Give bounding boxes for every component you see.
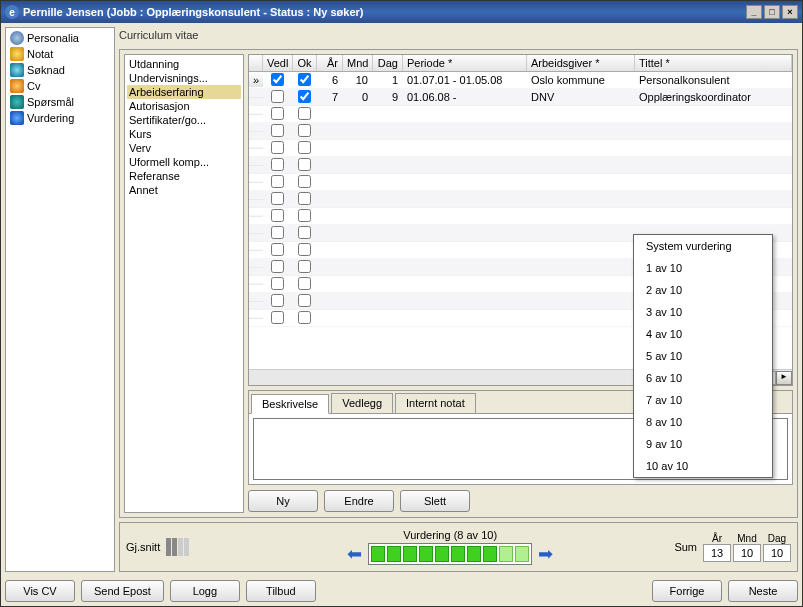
table-row[interactable] (249, 157, 792, 174)
cvnav-utdanning[interactable]: Utdanning (127, 57, 241, 71)
ok-checkbox[interactable] (298, 175, 311, 188)
maximize-button[interactable]: □ (764, 5, 780, 19)
vis-cv-button[interactable]: Vis CV (5, 580, 75, 602)
cell-vedl[interactable] (263, 310, 293, 327)
col-periode[interactable]: Periode * (403, 55, 527, 71)
ok-checkbox[interactable] (298, 141, 311, 154)
nav-cv[interactable]: Cv (8, 78, 112, 94)
rating-boxes[interactable] (368, 543, 532, 565)
dd-item[interactable]: 10 av 10 (634, 455, 772, 477)
col-arbeidsgiver[interactable]: Arbeidsgiver * (527, 55, 635, 71)
dd-item[interactable]: 8 av 10 (634, 411, 772, 433)
vedl-checkbox[interactable] (271, 294, 284, 307)
ok-checkbox[interactable] (298, 294, 311, 307)
vedl-checkbox[interactable] (271, 243, 284, 256)
cell-ok[interactable] (293, 191, 317, 208)
cell-vedl[interactable] (263, 106, 293, 123)
logg-button[interactable]: Logg (170, 580, 240, 602)
cell-vedl[interactable] (263, 225, 293, 242)
col-tittel[interactable]: Tittel * (635, 55, 792, 71)
cell-vedl[interactable] (263, 259, 293, 276)
cell-vedl[interactable] (263, 174, 293, 191)
dd-item[interactable]: 3 av 10 (634, 301, 772, 323)
dd-header[interactable]: System vurdering (634, 235, 772, 257)
vedl-checkbox[interactable] (271, 107, 284, 120)
table-row[interactable] (249, 140, 792, 157)
endre-button[interactable]: Endre (324, 490, 394, 512)
scroll-right-button[interactable]: ► (776, 371, 792, 385)
close-button[interactable]: × (782, 5, 798, 19)
ok-checkbox[interactable] (298, 192, 311, 205)
table-row[interactable]: »610101.07.01 - 01.05.08Oslo kommunePers… (249, 72, 792, 89)
vedl-checkbox[interactable] (271, 124, 284, 137)
cell-ok[interactable] (293, 259, 317, 276)
vedl-checkbox[interactable] (271, 141, 284, 154)
cell-vedl[interactable] (263, 276, 293, 293)
nav-soknad[interactable]: Søknad (8, 62, 112, 78)
ok-checkbox[interactable] (298, 277, 311, 290)
tab-vedlegg[interactable]: Vedlegg (331, 393, 393, 413)
tilbud-button[interactable]: Tilbud (246, 580, 316, 602)
dd-item[interactable]: 1 av 10 (634, 257, 772, 279)
vedl-checkbox[interactable] (271, 192, 284, 205)
vedl-checkbox[interactable] (271, 311, 284, 324)
cell-vedl[interactable] (263, 89, 293, 106)
col-dag[interactable]: Dag (373, 55, 403, 71)
vedl-checkbox[interactable] (271, 73, 284, 86)
cvnav-undervisning[interactable]: Undervisnings... (127, 71, 241, 85)
vedl-checkbox[interactable] (271, 90, 284, 103)
dd-item[interactable]: 9 av 10 (634, 433, 772, 455)
next-arrow-icon[interactable]: ➡ (538, 543, 553, 565)
col-ok[interactable]: Ok (293, 55, 317, 71)
send-epost-button[interactable]: Send Epost (81, 580, 164, 602)
table-row[interactable] (249, 191, 792, 208)
col-vedl[interactable]: Vedl (263, 55, 293, 71)
ok-checkbox[interactable] (298, 124, 311, 137)
cell-ok[interactable] (293, 123, 317, 140)
slett-button[interactable]: Slett (400, 490, 470, 512)
vedl-checkbox[interactable] (271, 175, 284, 188)
cvnav-arbeidserfaring[interactable]: Arbeidserfaring (127, 85, 241, 99)
dd-item[interactable]: 6 av 10 (634, 367, 772, 389)
ok-checkbox[interactable] (298, 243, 311, 256)
col-ar[interactable]: År (317, 55, 343, 71)
ny-button[interactable]: Ny (248, 490, 318, 512)
cell-ok[interactable] (293, 72, 317, 89)
forrige-button[interactable]: Forrige (652, 580, 722, 602)
cell-vedl[interactable] (263, 72, 293, 89)
cell-vedl[interactable] (263, 293, 293, 310)
cell-vedl[interactable] (263, 242, 293, 259)
table-row[interactable] (249, 208, 792, 225)
cvnav-sertifikater[interactable]: Sertifikater/go... (127, 113, 241, 127)
ok-checkbox[interactable] (298, 73, 311, 86)
cell-ok[interactable] (293, 140, 317, 157)
cell-ok[interactable] (293, 242, 317, 259)
ok-checkbox[interactable] (298, 260, 311, 273)
cell-ok[interactable] (293, 310, 317, 327)
cell-ok[interactable] (293, 174, 317, 191)
cell-ok[interactable] (293, 157, 317, 174)
dd-item[interactable]: 5 av 10 (634, 345, 772, 367)
nav-vurdering[interactable]: Vurdering (8, 110, 112, 126)
cvnav-referanse[interactable]: Referanse (127, 169, 241, 183)
table-row[interactable] (249, 106, 792, 123)
cell-ok[interactable] (293, 208, 317, 225)
col-mnd[interactable]: Mnd (343, 55, 373, 71)
cvnav-autorisasjon[interactable]: Autorisasjon (127, 99, 241, 113)
minimize-button[interactable]: _ (746, 5, 762, 19)
cell-ok[interactable] (293, 89, 317, 106)
tab-internt-notat[interactable]: Internt notat (395, 393, 476, 413)
cell-vedl[interactable] (263, 140, 293, 157)
cvnav-kurs[interactable]: Kurs (127, 127, 241, 141)
dd-item[interactable]: 4 av 10 (634, 323, 772, 345)
ok-checkbox[interactable] (298, 158, 311, 171)
vedl-checkbox[interactable] (271, 277, 284, 290)
nav-notat[interactable]: Notat (8, 46, 112, 62)
cell-ok[interactable] (293, 225, 317, 242)
cvnav-uformell[interactable]: Uformell komp... (127, 155, 241, 169)
ok-checkbox[interactable] (298, 90, 311, 103)
cell-ok[interactable] (293, 106, 317, 123)
cell-vedl[interactable] (263, 191, 293, 208)
neste-button[interactable]: Neste (728, 580, 798, 602)
vedl-checkbox[interactable] (271, 226, 284, 239)
